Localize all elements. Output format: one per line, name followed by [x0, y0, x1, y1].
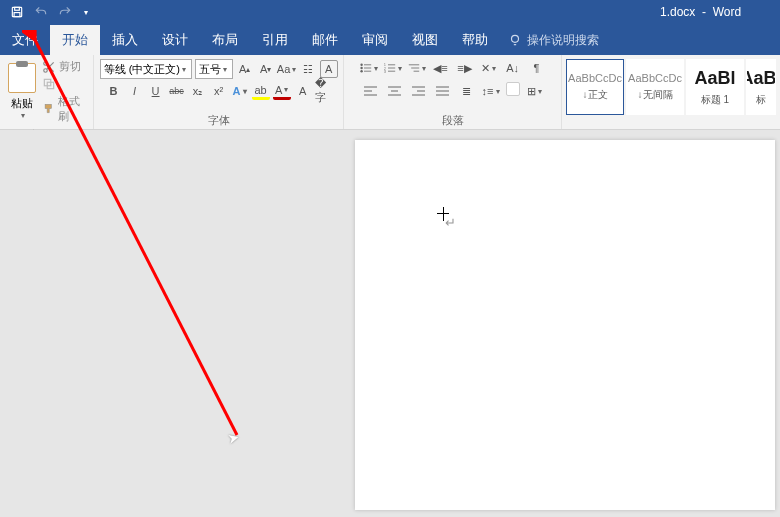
tab-file[interactable]: 文件 — [0, 25, 50, 55]
svg-point-3 — [512, 35, 519, 42]
group-clipboard: 粘贴 ▾ 剪切 格式刷 剪贴板 — [0, 55, 94, 129]
grow-font-button[interactable]: A▴ — [236, 60, 254, 78]
copy-icon — [42, 77, 56, 91]
tab-design[interactable]: 设计 — [150, 25, 200, 55]
style-normal[interactable]: AaBbCcDc ↓正文 — [566, 59, 624, 115]
align-center-button[interactable] — [386, 82, 404, 100]
strikethrough-button[interactable]: abc — [168, 82, 186, 100]
brush-icon — [42, 102, 54, 116]
bold-button[interactable]: B — [105, 82, 123, 100]
scissors-icon — [42, 60, 56, 74]
format-painter-button[interactable]: 格式刷 — [42, 94, 87, 124]
numbering-button[interactable]: 123▾ — [384, 59, 402, 77]
align-justify-button[interactable] — [434, 82, 452, 100]
italic-button[interactable]: I — [126, 82, 144, 100]
show-marks-button[interactable]: ¶ — [528, 59, 546, 77]
group-label-font: 字体 — [94, 113, 343, 129]
svg-rect-1 — [15, 7, 20, 10]
subscript-button[interactable]: x₂ — [189, 82, 207, 100]
decrease-indent-button[interactable]: ◀≡ — [432, 59, 450, 77]
bullets-button[interactable]: ▾ — [360, 59, 378, 77]
tab-insert[interactable]: 插入 — [100, 25, 150, 55]
tab-mailings[interactable]: 邮件 — [300, 25, 350, 55]
text-cursor: ↵ — [445, 215, 456, 230]
redo-icon[interactable] — [58, 5, 72, 21]
document-page[interactable]: ↵ — [355, 140, 775, 510]
svg-point-15 — [360, 70, 362, 72]
group-label-paragraph: 段落 — [344, 113, 561, 129]
group-styles: AaBbCcDc ↓正文 AaBbCcDc ↓无间隔 AaBl 标题 1 AaB… — [562, 55, 780, 129]
font-color-button[interactable]: A▾ — [273, 82, 291, 100]
borders-button[interactable]: ⊞▾ — [526, 82, 544, 100]
paste-button[interactable]: 粘贴 ▾ — [6, 63, 38, 120]
font-name-select[interactable]: 等线 (中文正文)▾ — [100, 59, 192, 79]
ribbon: 粘贴 ▾ 剪切 格式刷 剪贴板 等线 (中文正文)▾ 五号▾ A▴ A▾ Aa▾… — [0, 55, 780, 130]
superscript-button[interactable]: x² — [210, 82, 228, 100]
enclose-char-button[interactable]: �字 — [315, 82, 333, 100]
svg-text:3: 3 — [384, 70, 386, 74]
tab-review[interactable]: 审阅 — [350, 25, 400, 55]
multilevel-button[interactable]: ▾ — [408, 59, 426, 77]
font-size-select[interactable]: 五号▾ — [195, 59, 233, 79]
copy-button[interactable] — [42, 77, 87, 91]
group-font: 等线 (中文正文)▾ 五号▾ A▴ A▾ Aa▾ ☷ A B I U abc x… — [94, 55, 344, 129]
style-no-spacing[interactable]: AaBbCcDc ↓无间隔 — [626, 59, 684, 115]
tell-me-search[interactable]: 操作说明搜索 — [508, 32, 599, 49]
qat-more-icon[interactable]: ▾ — [84, 8, 88, 17]
increase-indent-button[interactable]: ≡▶ — [456, 59, 474, 77]
align-left-button[interactable] — [362, 82, 380, 100]
sort-button[interactable]: A↓ — [504, 59, 522, 77]
tab-help[interactable]: 帮助 — [450, 25, 500, 55]
tab-layout[interactable]: 布局 — [200, 25, 250, 55]
asian-layout-button[interactable]: ✕▾ — [480, 59, 498, 77]
save-icon[interactable] — [10, 5, 24, 21]
char-shading-button[interactable]: A — [294, 82, 312, 100]
shrink-font-button[interactable]: A▾ — [257, 60, 275, 78]
style-heading1[interactable]: AaBl 标题 1 — [686, 59, 744, 115]
svg-point-11 — [360, 64, 362, 66]
undo-icon[interactable] — [34, 5, 48, 21]
svg-rect-10 — [45, 104, 51, 108]
titlebar: ▾ 1.docx - Word — [0, 0, 780, 25]
quick-access-toolbar: ▾ — [0, 5, 88, 21]
svg-point-13 — [360, 67, 362, 69]
shading-button[interactable] — [506, 82, 520, 96]
highlight-button[interactable]: ab — [252, 82, 270, 100]
svg-rect-2 — [14, 12, 20, 16]
window-title: 1.docx - Word — [660, 5, 741, 19]
align-right-button[interactable] — [410, 82, 428, 100]
group-paragraph: ▾ 123▾ ▾ ◀≡ ≡▶ ✕▾ A↓ ¶ ≣ ↕≡▾ ⊞▾ 段落 — [344, 55, 562, 129]
text-effects-button[interactable]: A▾ — [231, 82, 249, 100]
clipboard-icon — [8, 63, 36, 93]
distribute-button[interactable]: ≣ — [458, 82, 476, 100]
tab-home[interactable]: 开始 — [50, 25, 100, 55]
document-workspace[interactable]: ↵ — [0, 130, 780, 517]
change-case-button[interactable]: Aa▾ — [278, 60, 296, 78]
lightbulb-icon — [508, 33, 522, 47]
char-border-button[interactable]: A — [320, 60, 338, 78]
cut-button[interactable]: 剪切 — [42, 59, 87, 74]
line-spacing-button[interactable]: ↕≡▾ — [482, 82, 500, 100]
ribbon-tabs: 文件 开始 插入 设计 布局 引用 邮件 审阅 视图 帮助 操作说明搜索 — [0, 25, 780, 55]
tab-references[interactable]: 引用 — [250, 25, 300, 55]
underline-button[interactable]: U — [147, 82, 165, 100]
phonetic-button[interactable]: ☷ — [299, 60, 317, 78]
style-heading2[interactable]: AaBl 标 — [746, 59, 776, 115]
tab-view[interactable]: 视图 — [400, 25, 450, 55]
